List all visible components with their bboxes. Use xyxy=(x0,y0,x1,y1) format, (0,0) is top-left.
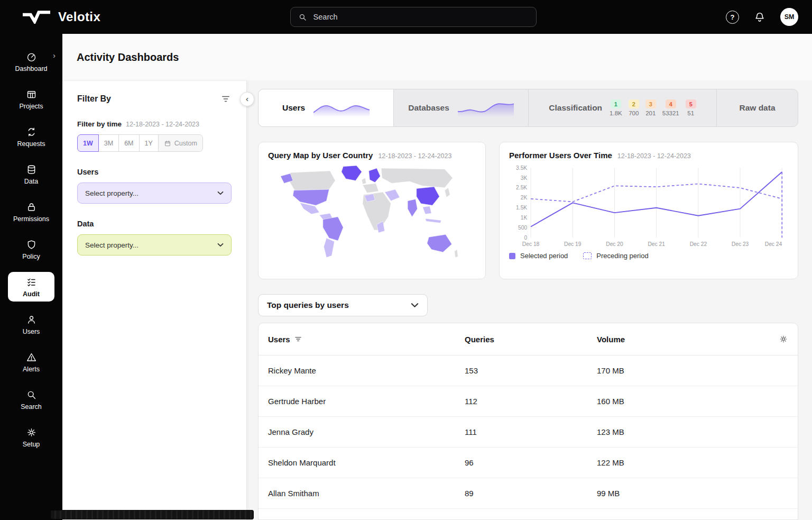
badge-count: 53321 xyxy=(662,110,679,116)
table-row[interactable]: Allan Smitham 89 99 MB xyxy=(259,478,798,509)
topbar-actions: ? SM xyxy=(726,8,798,26)
search-bar[interactable] xyxy=(290,7,537,27)
tab-classification[interactable]: Classification 1 1.8K 2 700 3 xyxy=(529,89,717,126)
performer-chart-svg: Dec 18Dec 19Dec 20Dec 21Dec 22Dec 23Dec … xyxy=(509,162,788,251)
global-search-input[interactable] xyxy=(312,12,529,22)
dashboard-content: Users Databases Clas xyxy=(247,80,812,520)
tab-users[interactable]: Users xyxy=(259,89,394,126)
time-option-1w[interactable]: 1W xyxy=(77,134,99,152)
svg-text:Dec 20: Dec 20 xyxy=(606,242,623,248)
sidebar-item-search[interactable]: Search xyxy=(8,385,54,414)
notifications-button[interactable] xyxy=(754,11,765,23)
map-card-title: Query Map by User Country xyxy=(268,151,373,160)
checklist-icon xyxy=(26,277,37,288)
svg-text:Dec 19: Dec 19 xyxy=(564,242,582,248)
chevron-right-icon[interactable]: › xyxy=(53,51,56,60)
brand-text: Velotix xyxy=(58,10,100,24)
sidebar-item-policy[interactable]: Policy xyxy=(8,234,54,264)
column-header-queries: Queries xyxy=(465,335,597,344)
page-title: Activity Dashboards xyxy=(77,51,179,63)
tab-databases[interactable]: Databases xyxy=(394,89,529,126)
top-queries-label: Top queries by users xyxy=(267,300,349,310)
avatar[interactable]: SM xyxy=(780,8,798,26)
users-sparkline-icon xyxy=(313,99,370,117)
svg-text:0: 0 xyxy=(524,235,528,241)
filter-settings-button[interactable] xyxy=(220,94,232,104)
data-property-select[interactable]: Select property... xyxy=(77,234,232,256)
cell-volume: 170 MB xyxy=(597,366,767,375)
users-property-select[interactable]: Select property... xyxy=(77,183,232,204)
legend-selected-swatch xyxy=(509,253,515,259)
time-option-3m[interactable]: 3M xyxy=(98,134,119,152)
bell-icon xyxy=(754,11,765,23)
badge-level: 3 xyxy=(645,99,656,108)
app-shell: Dashboard › Projects Requests Data xyxy=(0,34,812,520)
tab-users-label: Users xyxy=(282,103,305,113)
tab-raw-data[interactable]: Raw data xyxy=(717,89,798,126)
badge-count: 1.8K xyxy=(610,110,622,116)
table-row[interactable]: Jenna Grady 111 123 MB xyxy=(259,417,798,448)
performer-card-date-range: 12-18-2023 - 12-24-2023 xyxy=(617,152,691,160)
cell-user: Rickey Mante xyxy=(268,366,465,375)
tab-classification-label: Classification xyxy=(549,103,602,113)
horizontal-scrollbar[interactable] xyxy=(50,510,254,519)
tab-databases-label: Databases xyxy=(408,103,449,113)
users-select-value: Select property... xyxy=(85,189,139,197)
users-section-label: Users xyxy=(77,168,232,176)
badge-level: 2 xyxy=(629,99,639,108)
sidebar-item-audit[interactable]: Audit xyxy=(8,272,54,302)
cell-queries: 112 xyxy=(465,397,597,406)
sidebar-item-permissions[interactable]: Permissions xyxy=(8,197,54,226)
help-button[interactable]: ? xyxy=(726,11,739,24)
warning-triangle-icon xyxy=(26,352,37,363)
sidebar-item-requests[interactable]: Requests xyxy=(8,122,54,151)
performer-card-title: Performer Users Over Time xyxy=(509,151,612,160)
cell-queries: 89 xyxy=(465,489,597,498)
users-sort-icon[interactable] xyxy=(294,336,302,342)
top-queries-table: Users Queries Volume xyxy=(258,323,798,520)
table-row[interactable]: Gertrude Harber 112 160 MB xyxy=(259,386,798,417)
sidebar-item-data[interactable]: Data xyxy=(8,159,54,189)
sidebar-item-dashboard[interactable]: Dashboard › xyxy=(8,47,54,76)
brand: Velotix xyxy=(21,10,100,24)
magnifier-icon xyxy=(26,389,37,400)
query-map-card: Query Map by User Country 12-18-2023 - 1… xyxy=(258,142,486,279)
time-filter-label: Filter by time xyxy=(77,120,122,128)
svg-text:2.5K: 2.5K xyxy=(516,185,527,191)
gear-icon xyxy=(779,334,788,344)
cell-queries: 153 xyxy=(465,366,597,375)
database-icon xyxy=(26,164,37,175)
time-option-custom[interactable]: Custom xyxy=(158,134,203,152)
column-header-users[interactable]: Users xyxy=(268,335,465,344)
collapse-filter-button[interactable]: ‹ xyxy=(240,92,254,106)
filter-by-title: Filter By xyxy=(77,94,111,104)
top-queries-dropdown[interactable]: Top queries by users xyxy=(258,294,428,316)
dashboard-tabs: Users Databases Clas xyxy=(258,89,798,127)
map-card-date-range: 12-18-2023 - 12-24-2023 xyxy=(378,152,451,160)
svg-text:Dec 23: Dec 23 xyxy=(732,242,749,248)
chevron-left-icon: ‹ xyxy=(246,94,248,103)
velotix-logo-icon xyxy=(21,10,52,24)
sidebar-item-alerts[interactable]: Alerts xyxy=(8,347,54,377)
time-option-6m[interactable]: 6M xyxy=(118,134,139,152)
calendar-icon xyxy=(164,140,171,147)
sidebar-item-setup[interactable]: Setup xyxy=(8,422,54,452)
table-row[interactable]: Rickey Mante 153 170 MB xyxy=(259,355,798,386)
table-settings-button[interactable] xyxy=(779,334,788,344)
lock-icon xyxy=(26,202,37,213)
sidebar-item-label: Dashboard xyxy=(15,65,47,72)
cell-volume: 123 MB xyxy=(597,427,767,436)
table-row[interactable]: Sheldon Marquardt 96 122 MB xyxy=(259,448,798,478)
databases-sparkline-icon xyxy=(458,99,514,117)
time-option-1y[interactable]: 1Y xyxy=(139,134,159,152)
cell-queries: 96 xyxy=(465,458,597,467)
data-select-value: Select property... xyxy=(85,241,139,249)
sidebar-item-users[interactable]: Users xyxy=(8,309,54,339)
legend-preceding-swatch xyxy=(583,252,592,259)
cards-row: Query Map by User Country 12-18-2023 - 1… xyxy=(258,142,798,279)
sidebar-item-projects[interactable]: Projects xyxy=(8,84,54,114)
topbar: Velotix ? SM xyxy=(0,0,812,34)
sidebar-item-label: Data xyxy=(24,178,38,185)
svg-text:Dec 21: Dec 21 xyxy=(648,242,665,248)
cell-user: Sheldon Marquardt xyxy=(268,458,465,467)
